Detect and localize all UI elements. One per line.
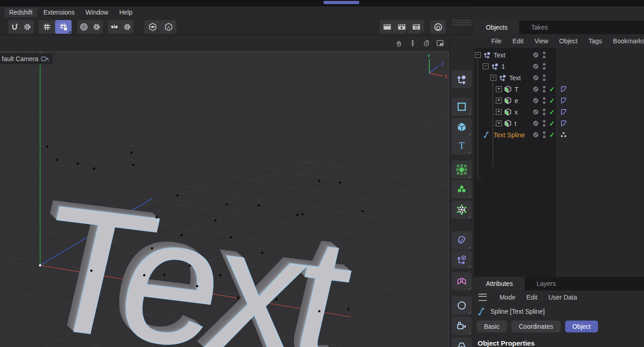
menu-item-help[interactable]: Help — [115, 7, 137, 17]
visibility-dots[interactable] — [541, 131, 547, 138]
layer-toggle[interactable] — [532, 52, 541, 58]
tag-cell[interactable] — [557, 49, 644, 61]
layer-toggle[interactable] — [532, 63, 541, 70]
expander-icon[interactable]: + — [496, 98, 502, 104]
visibility-dots[interactable] — [541, 52, 547, 58]
visibility-dots[interactable] — [541, 120, 547, 127]
field-tool-icon[interactable] — [452, 296, 472, 315]
enable-check[interactable]: ✓ — [547, 119, 557, 128]
symmetry-settings-gear-icon[interactable] — [121, 20, 134, 34]
layer-toggle[interactable] — [532, 74, 541, 81]
expander-icon[interactable]: − — [483, 63, 489, 69]
tag-cell[interactable] — [557, 83, 644, 95]
symmetry-tool-icon[interactable] — [452, 272, 472, 290]
section-tab-basic[interactable]: Basic — [477, 321, 507, 332]
tag-cell[interactable] — [557, 95, 644, 106]
attributes-menu-item-mode[interactable]: Mode — [500, 294, 515, 301]
objects-menu-item-file[interactable]: File — [491, 37, 502, 45]
layer-toggle[interactable] — [532, 97, 541, 104]
axis-center-icon[interactable] — [77, 20, 90, 34]
expander-icon[interactable]: − — [475, 52, 481, 58]
tab-objects[interactable]: Objects — [474, 21, 519, 34]
cube-primitive-tool-icon[interactable] — [452, 118, 472, 136]
axis-settings-gear-icon[interactable] — [90, 20, 103, 34]
axis-gizmo[interactable]: Y Z X — [412, 53, 449, 81]
tree-row-text-spline[interactable]: Text Spline✓ — [474, 129, 644, 140]
hex-a-icon[interactable]: A — [162, 20, 175, 34]
tag-cell[interactable] — [557, 72, 644, 83]
magnet-settings-gear-icon[interactable] — [21, 20, 34, 34]
light-tool-icon[interactable] — [452, 337, 472, 347]
points-generator-tool-icon[interactable] — [452, 161, 472, 179]
viewport-canvas[interactable]: Text fault Camera Y Z X — [0, 52, 449, 347]
enable-check[interactable]: ✓ — [547, 85, 557, 93]
tab-attributes[interactable]: Attributes — [474, 277, 525, 290]
viewport-3d-text[interactable]: Text — [22, 179, 361, 347]
render-play-icon[interactable] — [395, 20, 408, 34]
tag-cell[interactable] — [557, 106, 644, 118]
layer-toggle[interactable] — [532, 120, 541, 127]
attributes-menu-item-edit[interactable]: Edit — [526, 294, 537, 301]
tab-takes[interactable]: Takes — [519, 21, 560, 34]
axis-cube-tool-icon[interactable] — [452, 250, 472, 269]
camera-tool-icon[interactable] — [452, 317, 472, 335]
expander-icon[interactable]: + — [496, 109, 502, 115]
interactive-render-icon[interactable] — [431, 20, 445, 34]
magnet-tool-icon[interactable] — [8, 20, 21, 34]
move-tool-icon[interactable] — [452, 70, 472, 88]
enable-check[interactable]: ✓ — [547, 97, 557, 105]
visibility-dots[interactable] — [541, 63, 547, 70]
tree-row-e[interactable]: +e✓ — [474, 95, 644, 106]
menu-item-redshift[interactable]: Redshift — [5, 7, 37, 17]
tree-row-t[interactable]: +t✓ — [474, 118, 644, 129]
volume-tool-icon[interactable] — [452, 180, 472, 198]
objects-menu-item-tags[interactable]: Tags — [588, 37, 602, 45]
tree-row-x[interactable]: +x✓ — [474, 106, 644, 118]
tag-cell[interactable] — [557, 61, 644, 72]
visibility-dots[interactable] — [541, 97, 547, 104]
text-tool-icon[interactable]: T — [452, 136, 472, 155]
tree-row-t[interactable]: +T✓ — [474, 83, 644, 95]
visibility-dots[interactable] — [541, 86, 547, 93]
pan-hand-icon[interactable] — [393, 37, 404, 48]
expander-icon[interactable]: + — [496, 86, 502, 92]
attributes-menu-hamburger-icon[interactable] — [479, 294, 487, 301]
section-tab-object[interactable]: Object — [565, 321, 598, 332]
rectangle-spline-tool-icon[interactable] — [452, 98, 472, 116]
layer-toggle[interactable] — [532, 131, 541, 138]
maximize-viewport-icon[interactable] — [434, 37, 445, 48]
visibility-dots[interactable] — [541, 109, 547, 115]
objects-menu-item-object[interactable]: Object — [559, 37, 577, 45]
render-settings-icon[interactable] — [410, 20, 423, 34]
orbit-rotate-icon[interactable] — [421, 37, 432, 48]
render-view-icon[interactable] — [380, 20, 394, 34]
enable-check[interactable]: ✓ — [547, 131, 557, 139]
layer-toggle[interactable] — [532, 109, 541, 115]
menu-item-extensions[interactable]: Extensions — [39, 7, 79, 17]
tree-row-text[interactable]: −Text — [474, 72, 644, 83]
deformer-tool-icon[interactable] — [452, 231, 472, 249]
objects-menu-item-view[interactable]: View — [535, 37, 548, 45]
grid-snap-icon[interactable] — [39, 20, 55, 34]
menu-item-window[interactable]: Window — [81, 7, 113, 17]
grid-snap-lock-icon[interactable] — [55, 20, 72, 34]
tab-layers[interactable]: Layers — [525, 277, 567, 290]
enable-check[interactable]: ✓ — [547, 108, 557, 116]
attributes-menu-item-user-data[interactable]: User Data — [548, 294, 577, 301]
tree-row-text[interactable]: −Text — [474, 49, 644, 61]
tag-cell[interactable] — [557, 118, 644, 129]
objects-menu-item-edit[interactable]: Edit — [513, 37, 524, 45]
hex-eye-icon[interactable] — [146, 20, 160, 34]
layer-toggle[interactable] — [532, 86, 541, 93]
symmetry-butterfly-icon[interactable] — [108, 20, 121, 34]
objects-menu-item-bookmarks[interactable]: Bookmarks — [613, 37, 644, 45]
expander-icon[interactable]: + — [496, 120, 502, 126]
camera-label[interactable]: fault Camera — [0, 53, 53, 64]
visibility-dots[interactable] — [541, 74, 547, 81]
section-tab-coordinates[interactable]: Coordinates — [511, 321, 561, 332]
panel-drag-grip[interactable] — [452, 19, 471, 26]
tag-cell[interactable] — [557, 129, 644, 140]
simulation-tool-icon[interactable] — [452, 201, 472, 219]
dolly-zoom-icon[interactable] — [407, 37, 418, 48]
expander-icon[interactable]: − — [490, 75, 496, 81]
